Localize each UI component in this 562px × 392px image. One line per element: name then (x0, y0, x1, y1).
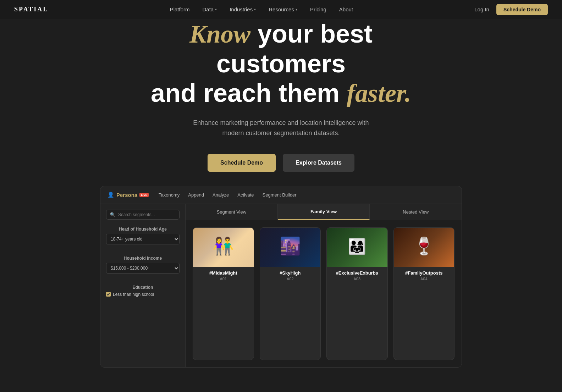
less-than-highschool-label: Less than high school (113, 292, 154, 297)
chevron-down-icon: ▾ (254, 7, 256, 11)
nav-item-data[interactable]: Data ▾ (202, 6, 217, 12)
age-filter-select[interactable]: 18-74+ years old18-24 years old25-34 yea… (106, 234, 180, 244)
tab-family-view[interactable]: Family View (278, 204, 370, 220)
segment-card-4[interactable]: #FamilyOutposts A04 (393, 227, 455, 360)
chevron-down-icon: ▾ (296, 7, 297, 11)
explore-datasets-button[interactable]: Explore Datasets (283, 154, 354, 172)
hero-title-know: Know (189, 20, 250, 48)
segment-code-4: A04 (398, 277, 450, 281)
education-checkbox-row: Less than high school (106, 292, 180, 297)
app-main-panel: Segment View Family View Nested View #Mi… (186, 204, 462, 367)
search-input[interactable] (118, 212, 176, 217)
segment-image-2 (260, 228, 321, 267)
schedule-demo-nav-button[interactable]: Schedule Demo (496, 4, 548, 15)
app-nav-segment-builder[interactable]: Segment Builder (263, 192, 297, 198)
education-filter-label: Education (106, 285, 180, 290)
search-bar[interactable]: 🔍 (106, 210, 180, 220)
app-preview: 👤 Persona LIVE Taxonomy Append Analyze A… (100, 186, 462, 368)
segment-info-2: #SkyHigh A02 (260, 267, 321, 285)
live-badge: LIVE (139, 193, 149, 197)
hero-subtitle: Enhance marketing performance and locati… (185, 118, 377, 138)
nav-links: Platform Data ▾ Industries ▾ Resources ▾… (170, 6, 353, 12)
segment-image-1 (193, 228, 254, 267)
segment-info-3: #ExclusiveExburbs A03 (327, 267, 387, 285)
segment-image-4 (394, 228, 454, 267)
schedule-demo-hero-button[interactable]: Schedule Demo (208, 154, 276, 172)
app-nav-activate[interactable]: Activate (237, 192, 254, 198)
segment-code-3: A03 (331, 277, 383, 281)
view-tabs: Segment View Family View Nested View (186, 204, 462, 220)
income-filter-section: Household Income $15,000 - $200,000+Unde… (106, 256, 180, 279)
app-nav-links: Taxonomy Append Analyze Activate Segment… (159, 192, 297, 198)
app-content: 🔍 Head of Household Age 18-74+ years old… (100, 204, 462, 367)
nav-item-pricing[interactable]: Pricing (310, 6, 326, 12)
app-nav-taxonomy[interactable]: Taxonomy (159, 192, 180, 198)
age-filter-section: Head of Household Age 18-74+ years old18… (106, 227, 180, 250)
login-link[interactable]: Log In (474, 6, 489, 12)
app-nav-analyze[interactable]: Analyze (213, 192, 229, 198)
tab-segment-view[interactable]: Segment View (186, 204, 278, 220)
education-filter-section: Education Less than high school (106, 285, 180, 297)
main-nav: SPATIAL Platform Data ▾ Industries ▾ Res… (0, 0, 562, 19)
persona-label: Persona (116, 192, 137, 198)
segment-card-2[interactable]: #SkyHigh A02 (260, 227, 321, 360)
app-sidebar: 🔍 Head of Household Age 18-74+ years old… (100, 204, 186, 367)
nav-right: Log In Schedule Demo (474, 4, 548, 15)
tab-nested-view[interactable]: Nested View (370, 204, 462, 220)
segment-code-1: A01 (197, 277, 249, 281)
segment-name-3: #ExclusiveExburbs (331, 270, 383, 276)
app-nav-bar: 👤 Persona LIVE Taxonomy Append Analyze A… (100, 186, 462, 204)
segment-name-2: #SkyHigh (264, 270, 316, 276)
hero-title-line2-start: and reach them (151, 79, 347, 107)
hero-buttons: Schedule Demo Explore Datasets (208, 154, 354, 172)
hero-title: Know your best customers and reach them … (121, 19, 441, 108)
segment-card-3[interactable]: #ExclusiveExburbs A03 (326, 227, 388, 360)
persona-icon: 👤 (108, 192, 114, 198)
income-filter-label: Household Income (106, 256, 180, 261)
nav-item-about[interactable]: About (339, 6, 353, 12)
hero-title-faster: faster. (347, 79, 411, 107)
nav-item-industries[interactable]: Industries ▾ (230, 6, 256, 12)
segment-name-1: #MidasMight (197, 270, 249, 276)
less-than-highschool-checkbox[interactable] (106, 292, 111, 297)
app-nav-append[interactable]: Append (188, 192, 204, 198)
segment-info-1: #MidasMight A01 (193, 267, 254, 285)
segment-image-3 (327, 228, 387, 267)
segment-info-4: #FamilyOutposts A04 (394, 267, 454, 285)
segment-name-4: #FamilyOutposts (398, 270, 450, 276)
age-filter-label: Head of Household Age (106, 227, 180, 232)
nav-item-resources[interactable]: Resources ▾ (269, 6, 297, 12)
logo: SPATIAL (14, 6, 48, 13)
hero-section: Know your best customers and reach them … (0, 0, 562, 368)
segment-card-1[interactable]: #MidasMight A01 (193, 227, 254, 360)
app-logo: 👤 Persona LIVE (108, 192, 149, 198)
nav-item-platform[interactable]: Platform (170, 6, 190, 12)
search-icon: 🔍 (110, 212, 115, 217)
segments-grid: #MidasMight A01 #SkyHigh A02 (186, 220, 462, 367)
segment-code-2: A02 (264, 277, 316, 281)
income-filter-select[interactable]: $15,000 - $200,000+Under $15,000$15,000 … (106, 263, 180, 274)
chevron-down-icon: ▾ (215, 7, 217, 11)
